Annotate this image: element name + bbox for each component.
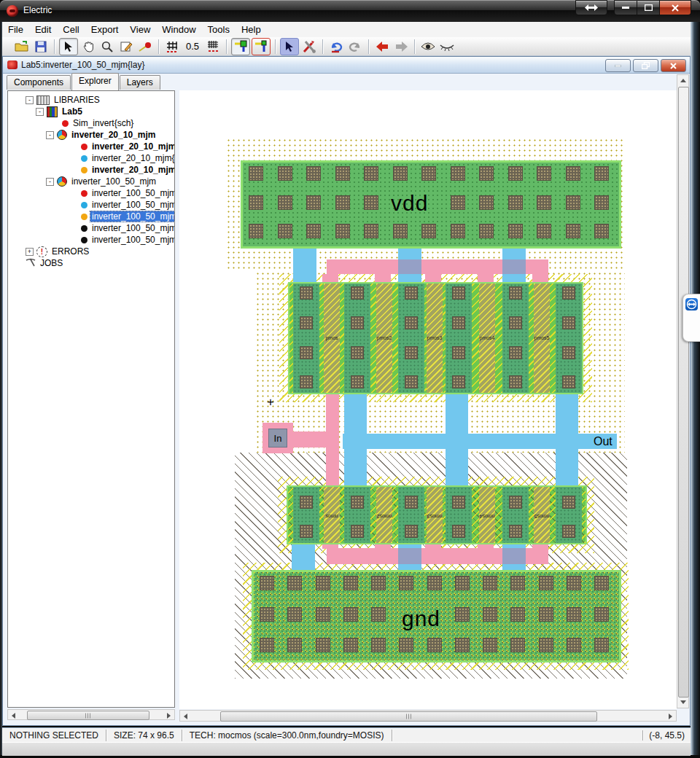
expander-minus-icon[interactable]: - — [46, 131, 54, 139]
out-label[interactable]: Out — [594, 435, 612, 448]
select-objects-icon[interactable] — [280, 38, 299, 55]
pan-hand-icon[interactable] — [79, 39, 97, 55]
menu-item-edit[interactable]: Edit — [29, 23, 57, 36]
scroll-right-icon[interactable] — [167, 713, 171, 719]
tree-item-inverter-100-50-mjm-sc[interactable]: inverter_100_50_mjm{sc — [8, 187, 174, 199]
menu-item-window[interactable]: Window — [156, 23, 201, 36]
tree-item-inverter-100-50-mjm-ic-[interactable]: inverter_100_50_mjm{ic} — [8, 199, 174, 211]
metal1-wire[interactable] — [446, 394, 468, 434]
pin-export-icon[interactable] — [252, 38, 271, 55]
metal1-wire[interactable] — [293, 249, 316, 282]
tree-item-lab5[interactable]: -Lab5 — [8, 106, 174, 117]
open-icon[interactable] — [13, 39, 31, 55]
tree-item-errors[interactable]: +!ERRORS — [8, 246, 174, 257]
metal1-wire[interactable] — [344, 449, 367, 485]
tools-icon[interactable] — [300, 39, 318, 55]
grid-fine-icon[interactable] — [204, 39, 222, 55]
session-arrows-button[interactable] — [575, 0, 607, 15]
tree-item-inverter-20-10-mjm-ic-[interactable]: inverter_20_10_mjm{ic} — [8, 152, 174, 164]
select-arrow-icon[interactable] — [59, 38, 78, 55]
panel-hscrollbar[interactable] — [7, 709, 175, 720]
diffusion-contact-column[interactable] — [556, 284, 582, 393]
diffusion-contact-column[interactable] — [293, 284, 319, 393]
tab-components[interactable]: Components — [7, 75, 71, 90]
expander-minus-icon[interactable]: - — [46, 178, 54, 186]
close-button[interactable] — [660, 0, 691, 15]
expander-minus-icon[interactable]: - — [36, 108, 44, 116]
expander-plus-icon[interactable]: + — [26, 248, 34, 256]
scroll-up-icon[interactable] — [680, 79, 686, 82]
tree-item-inverter-20-10-mjm-la[interactable]: inverter_20_10_mjm{la — [8, 164, 174, 176]
vdd-rail[interactable] — [241, 160, 621, 249]
diffusion-contact-column[interactable] — [502, 487, 529, 543]
canvas-hscrollbar[interactable] — [179, 710, 677, 722]
eye-closed-icon[interactable] — [438, 39, 456, 55]
layout-canvas[interactable]: vdd pmospmos2pmos3pmos4pmos5 nmosnmos2nm… — [179, 90, 677, 709]
menu-item-export[interactable]: Export — [85, 23, 125, 36]
menu-item-cell[interactable]: Cell — [57, 23, 85, 36]
expander-minus-icon[interactable]: - — [26, 96, 34, 104]
diffusion-contact-column[interactable] — [344, 487, 370, 543]
mdi-close-button[interactable] — [661, 59, 686, 72]
tree-item-inverter-100-50-mjm-ne[interactable]: inverter_100_50_mjm{ne — [8, 234, 174, 246]
diffusion-contact-column[interactable] — [446, 284, 472, 393]
edit-box-icon[interactable] — [117, 39, 135, 55]
tree-item-libraries[interactable]: -LIBRARIES — [8, 94, 174, 106]
tab-explorer[interactable]: Explorer — [71, 73, 119, 90]
diffusion-contact-column[interactable] — [293, 487, 319, 543]
menu-item-file[interactable]: File — [2, 23, 29, 36]
tree-item-inverter-100-50-mjm-vh[interactable]: inverter_100_50_mjm{vh — [8, 222, 174, 234]
metal1-wire[interactable] — [556, 394, 578, 434]
back-arrow-icon[interactable] — [373, 39, 391, 55]
diffusion-contact-column[interactable] — [398, 487, 424, 543]
redo-icon[interactable] — [346, 39, 364, 55]
window-titlebar[interactable]: Electric — [0, 0, 700, 22]
metal1-wire[interactable] — [344, 394, 367, 434]
gnd-label[interactable]: gnd — [402, 606, 440, 631]
metal1-wire[interactable] — [343, 434, 617, 449]
menu-item-view[interactable]: View — [124, 23, 156, 36]
grid-coarse-icon[interactable] — [163, 39, 181, 55]
tree-item-inverter-20-10-mjm[interactable]: -inverter_20_10_mjm — [8, 129, 174, 141]
tab-layers[interactable]: Layers — [120, 75, 160, 90]
tree-item-sim-invert-sch-[interactable]: Sim_invert{sch} — [8, 117, 174, 129]
pmos-transistor-row[interactable]: pmospmos2pmos3pmos4pmos5 — [288, 282, 583, 394]
tree-item-inverter-100-50-mjm[interactable]: -inverter_100_50_mjm — [8, 176, 174, 187]
teamviewer-tab[interactable] — [682, 294, 700, 342]
pin-node-icon[interactable] — [231, 38, 250, 55]
scroll-left-icon[interactable] — [12, 713, 15, 719]
eye-open-icon[interactable] — [419, 39, 437, 55]
poly-wire[interactable] — [290, 431, 339, 448]
tree-item-jobs[interactable]: JOBS — [8, 257, 174, 269]
undo-icon[interactable] — [327, 39, 345, 55]
canvas-vscrollbar[interactable] — [677, 74, 689, 708]
tree-item-inverter-100-50-mjm-lay[interactable]: inverter_100_50_mjm{lay — [8, 211, 174, 222]
edit-window-titlebar[interactable]: Lab5:inverter_100_50_mjm{lay} — [3, 57, 690, 74]
tree-item-inverter-20-10-mjm-s[interactable]: inverter_20_10_mjm{s — [8, 141, 174, 152]
scroll-right-icon[interactable] — [669, 714, 672, 719]
save-icon[interactable] — [32, 39, 50, 55]
in-label[interactable]: In — [268, 429, 287, 448]
mdi-restore-button[interactable] — [633, 59, 658, 72]
menu-item-tools[interactable]: Tools — [202, 23, 236, 36]
minimize-button[interactable] — [614, 0, 637, 15]
scroll-left-icon[interactable] — [184, 714, 187, 719]
mdi-minimize-button[interactable] — [605, 59, 631, 72]
diffusion-contact-column[interactable] — [446, 487, 472, 543]
metal1-wire[interactable] — [556, 449, 578, 485]
probe-icon[interactable] — [136, 39, 154, 55]
zoom-icon[interactable] — [98, 39, 116, 55]
diffusion-contact-column[interactable] — [344, 284, 370, 393]
vdd-label[interactable]: vdd — [391, 191, 428, 216]
diffusion-contact-column[interactable] — [398, 284, 424, 393]
menu-item-help[interactable]: Help — [236, 23, 267, 36]
scroll-down-icon[interactable] — [680, 700, 686, 704]
nmos-transistor-row[interactable]: nmosnmos2nmos3nmos4nmos5 — [287, 485, 587, 544]
metal1-wire[interactable] — [292, 544, 315, 570]
diffusion-contact-column[interactable] — [502, 284, 529, 393]
metal1-wire[interactable] — [446, 449, 468, 485]
contact-cut — [537, 224, 551, 238]
forward-arrow-icon[interactable] — [392, 39, 410, 55]
diffusion-contact-column[interactable] — [556, 487, 582, 543]
maximize-button[interactable] — [637, 0, 660, 15]
